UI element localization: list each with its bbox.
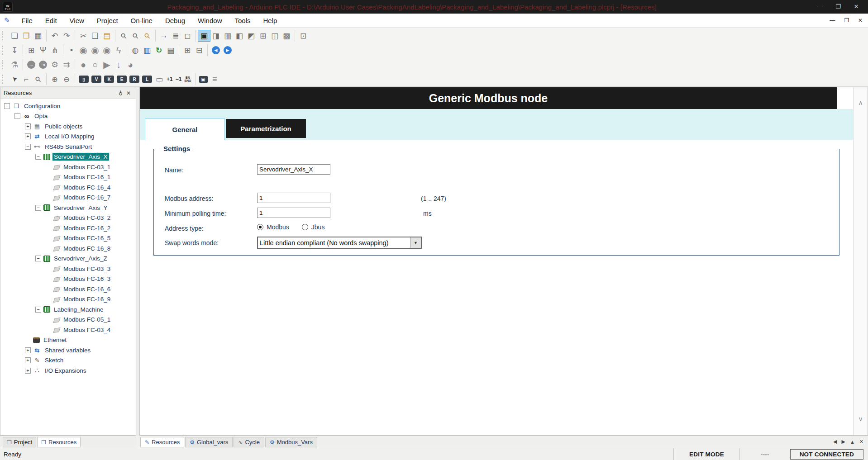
watch-window-icon[interactable]: ◧ [234, 30, 245, 41]
mdi-minimize-button[interactable]: — [830, 17, 835, 24]
go-to-symbol-icon[interactable]: → [158, 30, 170, 41]
tree-item-modbus-fc-16-1[interactable]: Modbus FC-16_1 [0, 172, 136, 183]
expand-icon[interactable]: + [25, 357, 31, 363]
compile-icon[interactable]: ↧ [9, 45, 20, 56]
tree-item-local-i-o-mapping[interactable]: +⇄Local I/O Mapping [0, 132, 136, 142]
doc-tab-cycle[interactable]: ∿Cycle [234, 437, 264, 447]
add-input-pin-icon[interactable]: +1 [165, 74, 174, 85]
breakpoint-icon[interactable]: ○ [89, 59, 101, 70]
expression-block-icon[interactable]: E [117, 76, 127, 83]
tabs-up-icon[interactable]: ▲ [850, 439, 855, 445]
tree-item-modbus-fc-16-5[interactable]: Modbus FC-16_5 [0, 233, 136, 244]
toolbar-grip[interactable] [2, 46, 4, 55]
menu-help[interactable]: Help [257, 14, 284, 27]
close-button[interactable]: ✕ [847, 0, 865, 13]
mdi-close-button[interactable]: ✕ [858, 17, 863, 24]
oscilloscope-window-icon[interactable]: ▩ [281, 30, 292, 41]
tree-item-modbus-fc-16-8[interactable]: Modbus FC-16_8 [0, 243, 136, 254]
project-window-icon[interactable]: ▣ [198, 30, 210, 41]
return-block-icon[interactable]: R [129, 76, 139, 83]
paste-icon[interactable]: ▤ [101, 30, 113, 41]
record-view-icon[interactable]: ⊟ [193, 45, 205, 56]
scroll-tabs-left-icon[interactable]: ◀ [833, 439, 837, 445]
doc-tab-global_vars[interactable]: ⚙Global_vars [185, 437, 233, 447]
new-block-icon[interactable]: ▯ [79, 76, 89, 83]
scroll-down-icon[interactable]: ∨ [854, 415, 868, 422]
radio-dot-icon[interactable] [257, 224, 263, 230]
trigger-list-icon[interactable]: ⇉ [61, 59, 72, 70]
tree-item-sketch[interactable]: +✎Sketch [0, 356, 136, 366]
run-connector-3-icon[interactable]: ◉ [101, 45, 113, 56]
tree-item-rs485-serialport[interactable]: −⊷RS485 SerialPort [0, 142, 136, 152]
menu-online[interactable]: On-line [124, 14, 159, 27]
tab-general[interactable]: General [145, 119, 225, 140]
operators-window-icon[interactable]: ◩ [245, 30, 257, 41]
properties-window-icon[interactable]: ◫ [269, 30, 281, 41]
run-connector-2-icon[interactable]: ◉ [89, 45, 101, 56]
doc-tab-modbus_vars[interactable]: ⚙Modbus_Vars [265, 437, 317, 447]
cross-reference-window-icon[interactable]: ⊞ [257, 30, 269, 41]
mdi-restore-button[interactable]: ❐ [844, 17, 849, 24]
collapse-icon[interactable]: − [35, 154, 41, 160]
device-setup-icon[interactable]: ⊞ [25, 45, 37, 56]
step-into-icon[interactable]: ↓ [113, 59, 124, 70]
tree-item-servodriver-axis-z[interactable]: −Servodriver_Axis_Z [0, 254, 136, 264]
tree-item-servodriver-axis-y[interactable]: −Servodriver_Axis_Y [0, 203, 136, 213]
save-project-icon[interactable]: ▦ [32, 30, 44, 41]
object-properties-icon[interactable]: ▣ [199, 76, 208, 83]
watch-window-toggle-icon[interactable]: ◍ [129, 45, 141, 56]
tree-item-servodriver-axis-x[interactable]: −Servodriver_Axis_X [0, 152, 136, 162]
auto-arrange-icon[interactable]: ≡ [209, 74, 221, 85]
conditional-breakpoint-icon[interactable]: ◕ [124, 59, 136, 70]
tree-item-ethernet[interactable]: Ethernet [0, 335, 136, 346]
open-project-icon[interactable]: ❒ [20, 30, 32, 41]
toolbar-grip[interactable] [2, 31, 4, 40]
scroll-tabs-right-icon[interactable]: ▶ [841, 439, 845, 445]
collapse-icon[interactable]: − [14, 113, 20, 119]
radio-modbus[interactable]: Modbus [257, 223, 289, 231]
min-polling-input[interactable] [257, 208, 330, 218]
expand-icon[interactable]: + [25, 123, 31, 129]
restore-button[interactable]: ❐ [829, 0, 847, 13]
zoom-in-icon[interactable]: ⊕ [49, 74, 61, 85]
tree-item-modbus-fc-03-1[interactable]: Modbus FC-03_1 [0, 162, 136, 172]
tree-item-modbus-fc-16-2[interactable]: Modbus FC-16_2 [0, 223, 136, 233]
tree-item-shared-variables[interactable]: +⇆Shared variables [0, 345, 136, 356]
undo-icon[interactable]: ↶ [49, 30, 61, 41]
find-in-project-icon[interactable]: ⚲ [139, 28, 155, 43]
pin-icon[interactable]: ⚲ [116, 90, 124, 96]
output-window-icon[interactable]: ◨ [210, 30, 222, 41]
tree-item-modbus-fc-03-3[interactable]: Modbus FC-03_3 [0, 264, 136, 274]
navigate-back-icon[interactable]: ◀ [212, 46, 220, 54]
simulation-mode-icon[interactable]: ⚗ [9, 59, 20, 70]
radio-jbus[interactable]: Jbus [302, 223, 325, 231]
insert-record-icon[interactable]: ⊞ [181, 45, 193, 56]
panel-tab-resources[interactable]: ❒Resources [37, 437, 81, 447]
redo-icon[interactable]: ↷ [61, 30, 72, 41]
name-input[interactable] [257, 164, 330, 175]
tree-item-modbus-fc-16-3[interactable]: Modbus FC-16_3 [0, 274, 136, 285]
zoom-out-icon[interactable]: ⊖ [61, 74, 72, 85]
close-document-icon[interactable]: ✕ [859, 439, 863, 445]
collapse-icon[interactable]: − [35, 256, 41, 261]
attach-to-target-icon[interactable]: ⇥ [39, 61, 47, 69]
tree-item-modbus-fc-16-7[interactable]: Modbus FC-16_7 [0, 193, 136, 203]
download-code-icon[interactable]: ϟ [113, 45, 124, 56]
toolbar-grip[interactable] [2, 60, 4, 69]
zoom-tool-icon[interactable]: ⚲ [30, 71, 46, 87]
navigate-forward-icon[interactable]: ▶ [224, 46, 232, 54]
menu-tools[interactable]: Tools [228, 14, 257, 27]
comment-block-icon[interactable]: ▭ [153, 74, 165, 85]
menu-debug[interactable]: Debug [159, 14, 191, 27]
minimize-button[interactable]: — [811, 0, 829, 13]
menu-project[interactable]: Project [91, 14, 124, 27]
scroll-up-icon[interactable]: ∧ [854, 99, 868, 106]
chevron-down-icon[interactable]: ▼ [410, 237, 421, 248]
panel-splitter[interactable] [136, 87, 139, 436]
collapse-icon[interactable]: − [35, 307, 41, 313]
disconnect-icon[interactable]: ⋔ [49, 45, 61, 56]
close-panel-icon[interactable]: ✕ [124, 90, 133, 96]
expand-icon[interactable]: + [25, 368, 31, 374]
tree-item-modbus-fc-03-4[interactable]: Modbus FC-03_4 [0, 325, 136, 335]
tree-item-modbus-fc-05-1[interactable]: Modbus FC-05_1 [0, 315, 136, 325]
